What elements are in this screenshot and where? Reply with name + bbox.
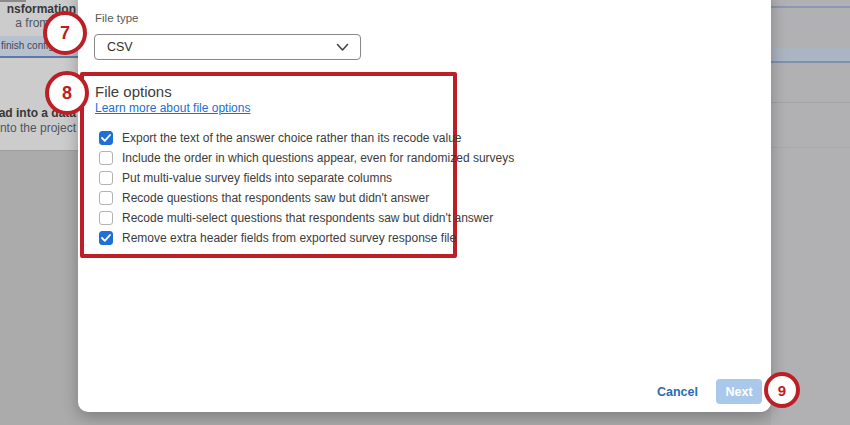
checkbox[interactable]: [99, 191, 113, 205]
background-row-border: [771, 102, 850, 103]
file-option-row[interactable]: Export the text of the answer choice rat…: [99, 128, 449, 148]
next-button[interactable]: Next: [716, 379, 762, 404]
file-option-label: Recode questions that respondents saw bu…: [122, 191, 429, 205]
file-options-title: File options: [95, 83, 172, 100]
background-divider: [0, 150, 78, 151]
checkbox[interactable]: [99, 211, 113, 225]
checkbox[interactable]: [99, 151, 113, 165]
annotation-step-7: 7: [43, 11, 87, 55]
chevron-down-icon: [336, 43, 349, 52]
file-type-select[interactable]: CSV: [94, 34, 361, 60]
check-icon: [101, 234, 111, 242]
checkbox-checked[interactable]: [99, 131, 113, 145]
background-text: ta into the project: [0, 121, 76, 135]
dialog-footer: Cancel Next: [657, 379, 762, 404]
file-type-label: File type: [95, 12, 138, 24]
annotation-step-8: 8: [45, 71, 89, 115]
checkbox[interactable]: [99, 171, 113, 185]
cancel-button[interactable]: Cancel: [657, 385, 698, 399]
file-options-list: Export the text of the answer choice rat…: [99, 128, 449, 248]
file-option-row[interactable]: Remove extra header fields from exported…: [99, 228, 449, 248]
file-option-label: Remove extra header fields from exported…: [122, 231, 456, 245]
background-row-border: [771, 6, 850, 8]
file-option-label: Export the text of the answer choice rat…: [122, 131, 462, 145]
checkbox-checked[interactable]: [99, 231, 113, 245]
file-option-label: Put multi-value survey fields into separ…: [122, 171, 392, 185]
export-dialog: File type CSV File options Learn more ab…: [78, 0, 771, 412]
screen: nsformation a from your k to finish conf…: [0, 0, 850, 425]
background-highlighted-row: [771, 48, 850, 63]
file-option-row[interactable]: Include the order in which questions app…: [99, 148, 449, 168]
annotation-step-9: 9: [764, 372, 800, 408]
background-right-panel: [771, 0, 850, 425]
background-row-border: [771, 147, 850, 148]
file-option-row[interactable]: Recode multi-select questions that respo…: [99, 208, 449, 228]
file-option-row[interactable]: Recode questions that respondents saw bu…: [99, 188, 449, 208]
file-option-label: Recode multi-select questions that respo…: [122, 211, 493, 225]
learn-more-link[interactable]: Learn more about file options: [95, 101, 250, 115]
file-option-label: Include the order in which questions app…: [122, 151, 514, 165]
file-option-row[interactable]: Put multi-value survey fields into separ…: [99, 168, 449, 188]
file-type-selected-value: CSV: [95, 40, 133, 54]
check-icon: [101, 134, 111, 142]
